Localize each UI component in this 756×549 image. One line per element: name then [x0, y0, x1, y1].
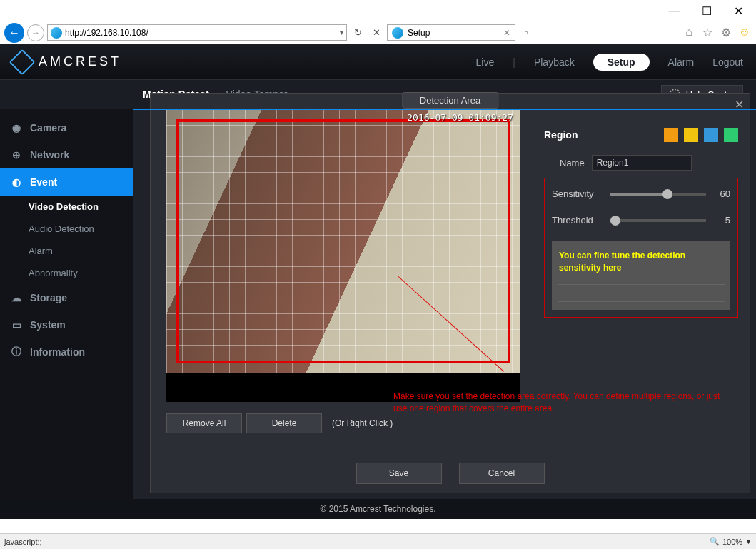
- right-click-hint: (Or Right Click ): [332, 418, 393, 428]
- sensitivity-value: 60: [713, 188, 730, 199]
- threshold-slider[interactable]: [610, 219, 706, 222]
- divider: |: [513, 56, 515, 68]
- sidebar-item-system[interactable]: ▭System: [0, 311, 133, 338]
- sidebar-item-information[interactable]: ⓘInformation: [0, 338, 133, 366]
- sensitivity-slider[interactable]: [610, 193, 706, 196]
- nav-playback[interactable]: Playback: [534, 56, 575, 68]
- nav-live[interactable]: Live: [476, 56, 495, 68]
- tab-indicator: [133, 109, 756, 110]
- threshold-label: Threshold: [552, 215, 603, 226]
- new-tab-button[interactable]: ▫: [518, 25, 534, 41]
- sidebar-item-label: Information: [30, 346, 85, 358]
- sidebar-sub-abnormality[interactable]: Abnormality: [0, 262, 133, 284]
- sidebar-item-label: Event: [30, 176, 57, 188]
- region-label: Region: [544, 129, 578, 141]
- region-color-3[interactable]: [704, 128, 718, 142]
- window-close[interactable]: ✕: [722, 1, 755, 21]
- camera-icon: ◉: [10, 121, 23, 134]
- cancel-button[interactable]: Cancel: [459, 463, 545, 484]
- region-name-input[interactable]: [592, 155, 692, 171]
- status-text: javascript:;: [4, 538, 42, 546]
- sidebar-item-camera[interactable]: ◉Camera: [0, 114, 133, 141]
- favorites-icon[interactable]: ☆: [700, 26, 715, 39]
- event-icon: ◐: [10, 176, 23, 188]
- window-minimize[interactable]: —: [658, 1, 690, 21]
- sidebar-sub-video-detection[interactable]: Video Detection: [0, 196, 133, 218]
- info-icon: ⓘ: [10, 346, 23, 358]
- remove-all-button[interactable]: Remove All: [166, 413, 242, 433]
- storage-icon: ☁: [10, 291, 23, 304]
- sidebar: ◉Camera ⊕Network ◐Event Video Detection …: [0, 109, 133, 519]
- dialog-title: Detection Area: [402, 92, 498, 109]
- zoom-icon[interactable]: 🔍: [710, 537, 720, 546]
- logo-icon: [9, 49, 36, 75]
- zoom-value: 100%: [722, 538, 742, 546]
- brand-text: AMCREST: [39, 54, 121, 69]
- tools-icon[interactable]: ⚙: [719, 26, 733, 39]
- browser-tab[interactable]: Setup ✕: [387, 24, 515, 41]
- sidebar-item-label: Network: [30, 149, 69, 161]
- ie-icon: [51, 27, 62, 39]
- video-frame: 2016-07-09 01:09:27: [166, 109, 520, 373]
- url-dropdown-icon[interactable]: ▾: [340, 29, 343, 36]
- nav-setup[interactable]: Setup: [593, 54, 650, 71]
- brand-logo: AMCREST: [13, 53, 121, 71]
- sensitivity-label: Sensitivity: [552, 188, 603, 199]
- network-icon: ⊕: [10, 148, 23, 161]
- url-bar[interactable]: http://192.168.10.108/ ▾: [47, 24, 347, 41]
- save-button[interactable]: Save: [356, 463, 442, 484]
- sidebar-item-label: Storage: [30, 292, 67, 303]
- ie-icon: [392, 27, 403, 39]
- home-icon[interactable]: ⌂: [682, 26, 696, 39]
- tab-close-icon[interactable]: ✕: [503, 28, 510, 38]
- region-color-1[interactable]: [664, 128, 678, 142]
- nav-alarm[interactable]: Alarm: [668, 56, 695, 68]
- graph-gridlines: [558, 276, 725, 304]
- system-icon: ▭: [10, 318, 23, 331]
- tab-title: Setup: [408, 28, 430, 38]
- sidebar-sub-audio-detection[interactable]: Audio Detection: [0, 218, 133, 240]
- detection-area-dialog: Detection Area ✕ 2016-07-09 01:09:27 Mak…: [150, 93, 750, 493]
- url-text: http://192.168.10.108/: [65, 28, 148, 38]
- stop-button[interactable]: ✕: [368, 25, 384, 41]
- region-color-4[interactable]: [724, 128, 738, 142]
- video-timestamp: 2016-07-09 01:09:27: [407, 112, 513, 123]
- nav-forward-button: →: [27, 24, 44, 41]
- region-color-2[interactable]: [684, 128, 698, 142]
- feedback-icon[interactable]: ☺: [737, 26, 752, 39]
- sidebar-item-label: Camera: [30, 122, 66, 134]
- sidebar-item-storage[interactable]: ☁Storage: [0, 284, 133, 311]
- sidebar-item-network[interactable]: ⊕Network: [0, 141, 133, 168]
- zoom-dropdown-icon[interactable]: ▼: [745, 538, 752, 545]
- threshold-value: 5: [713, 215, 730, 226]
- video-preview[interactable]: 2016-07-09 01:09:27: [166, 109, 520, 402]
- delete-button[interactable]: Delete: [246, 413, 322, 433]
- annotation-text: Make sure you set the detection area cor…: [393, 391, 729, 415]
- sidebar-sub-alarm[interactable]: Alarm: [0, 240, 133, 262]
- sidebar-item-event[interactable]: ◐Event: [0, 168, 133, 196]
- sensitivity-hint: You can fine tune the detection sensitiv…: [559, 250, 723, 274]
- refresh-button[interactable]: ↻: [350, 25, 366, 41]
- sidebar-item-label: System: [30, 319, 66, 331]
- window-maximize[interactable]: ☐: [690, 1, 722, 21]
- sensitivity-panel: Sensitivity 60 Threshold 5 You can fine …: [544, 178, 738, 318]
- nav-logout[interactable]: Logout: [712, 56, 743, 68]
- region-rectangle[interactable]: [176, 119, 510, 363]
- footer-copyright: © 2015 Amcrest Technologies.: [0, 499, 756, 519]
- name-label: Name: [560, 158, 585, 168]
- sensitivity-graph: You can fine tune the detection sensitiv…: [552, 241, 730, 310]
- nav-back-button[interactable]: ←: [4, 23, 24, 43]
